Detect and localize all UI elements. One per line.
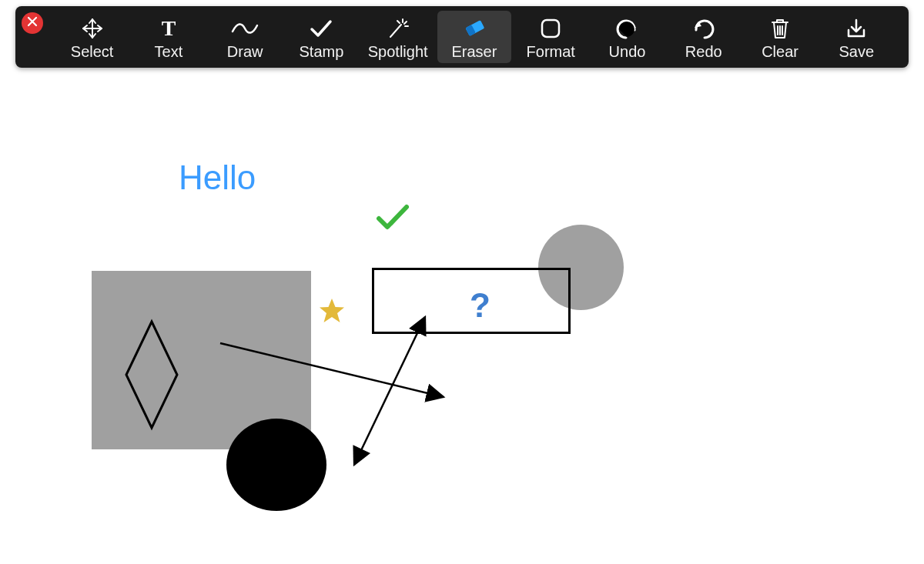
tool-select[interactable]: Select [55, 11, 129, 63]
tool-draw[interactable]: Draw [209, 11, 282, 63]
tool-stamp[interactable]: Stamp [285, 11, 358, 63]
tool-format[interactable]: Format [514, 11, 588, 63]
toolbar-tools: Select T Text Draw St [48, 6, 909, 68]
undo-icon [614, 15, 639, 42]
trash-icon [769, 15, 791, 42]
question-mark-text: ? [470, 286, 490, 325]
svg-text:T: T [162, 17, 176, 40]
tool-label: Save [839, 43, 874, 61]
eraser-icon [462, 15, 487, 42]
hello-text-annotation: Hello [179, 159, 256, 197]
move-arrows-icon [81, 15, 104, 42]
checkmark-icon [309, 15, 333, 42]
tool-redo[interactable]: Redo [667, 11, 740, 63]
close-icon [27, 16, 38, 30]
tool-spotlight[interactable]: Spotlight [361, 11, 434, 63]
double-arrow-shape [345, 305, 437, 474]
drawing-canvas[interactable]: ? Hello [0, 74, 924, 564]
tool-label: Select [71, 43, 114, 61]
redo-icon [691, 15, 716, 42]
tool-save[interactable]: Save [820, 11, 893, 63]
tool-eraser[interactable]: Eraser [437, 11, 511, 63]
tool-label: Format [527, 43, 575, 61]
tool-label: Eraser [452, 43, 497, 61]
magic-wand-icon [386, 15, 410, 42]
green-check-stamp [376, 203, 410, 231]
tool-label: Text [155, 43, 183, 61]
tool-label: Stamp [300, 43, 344, 61]
tool-label: Redo [685, 43, 722, 61]
gold-star-stamp [317, 297, 346, 325]
text-icon: T [157, 15, 180, 42]
svg-line-5 [354, 317, 425, 465]
tool-undo[interactable]: Undo [591, 11, 664, 63]
tool-label: Undo [609, 43, 646, 61]
download-icon [845, 15, 868, 42]
tool-clear[interactable]: Clear [743, 11, 816, 63]
tool-label: Draw [227, 43, 263, 61]
tool-label: Clear [762, 43, 798, 61]
diamond-outline-shape [123, 319, 180, 431]
rounded-square-icon [539, 15, 562, 42]
svg-rect-3 [542, 20, 559, 37]
close-button[interactable] [22, 12, 43, 34]
wave-line-icon [230, 15, 259, 42]
black-ellipse-shape [226, 419, 326, 511]
tool-text[interactable]: T Text [132, 11, 205, 63]
annotation-toolbar: Select T Text Draw St [15, 6, 909, 68]
tool-label: Spotlight [368, 43, 428, 61]
